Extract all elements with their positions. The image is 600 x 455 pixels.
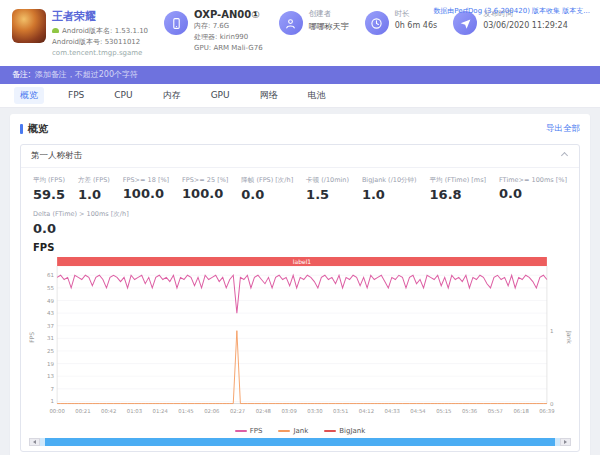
overview-card: 概览 导出全部 第一人称射击 平均 (FPS) 59.5 方差 (FPS) 1.… [10, 114, 590, 455]
scrollbar-track[interactable] [40, 438, 560, 446]
legend-marker-icon [324, 430, 336, 432]
tab-cpu[interactable]: CPU [108, 88, 138, 102]
svg-text:03:30: 03:30 [307, 407, 323, 413]
duration-value: 0h 6m 46s [395, 21, 437, 30]
panel-header: 第一人称射击 [21, 145, 579, 168]
export-all-link[interactable]: 导出全部 [546, 123, 580, 135]
svg-text:25: 25 [47, 348, 54, 354]
svg-text:FPS: FPS [28, 331, 35, 342]
device-chipset: 处理器: kirin990 [194, 32, 263, 43]
collapse-chevron-icon[interactable] [561, 152, 568, 159]
svg-text:Jank: Jank [565, 329, 573, 343]
device-gpu: GPU: ARM Mali-G76 [194, 43, 263, 54]
stat-avg-fps: 平均 (FPS) 59.5 [33, 176, 65, 202]
android-version-code: Android版本号: 53011012 [52, 37, 148, 48]
creator-label: 创建者 [309, 9, 349, 19]
tab-fps[interactable]: FPS [62, 88, 90, 102]
fps-chart-svg[interactable]: label1615549433731251913711000:0000:2100… [27, 255, 573, 428]
stat-bigjank: BigJank (/10分钟) 1.0 [362, 176, 417, 202]
svg-text:04:33: 04:33 [385, 407, 400, 413]
app-header: 王者荣耀 Android版本名: 1.53.1.10 Android版本号: 5… [0, 0, 600, 66]
overview-header: 概览 导出全部 [20, 122, 580, 136]
device-model: OXP-AN00① [194, 9, 263, 20]
svg-text:00:00: 00:00 [49, 407, 65, 413]
svg-text:05:36: 05:36 [462, 407, 478, 413]
stat-fps-ge-25: FPS>= 25 [%] 100.0 [182, 176, 228, 202]
scrollbar-thumb[interactable] [45, 438, 555, 446]
published-value: 03/06/2020 11:29:24 [483, 21, 568, 30]
notes-label: 备注: [12, 69, 31, 80]
svg-text:01:45: 01:45 [178, 407, 193, 413]
stats-row-1: 平均 (FPS) 59.5 方差 (FPS) 1.0 FPS>= 18 [%] … [33, 176, 567, 202]
notes-placeholder[interactable]: 添加备注，不超过200个字符 [35, 69, 138, 80]
fps-chart[interactable]: label1615549433731251913711000:0000:2100… [21, 253, 579, 428]
notes-bar[interactable]: 备注: 添加备注，不超过200个字符 [0, 66, 600, 84]
legend-jank[interactable]: Jank [278, 427, 308, 435]
svg-text:37: 37 [47, 322, 54, 328]
svg-text:13: 13 [47, 373, 54, 379]
svg-text:43: 43 [47, 310, 54, 316]
svg-text:05:57: 05:57 [488, 407, 503, 413]
svg-text:04:54: 04:54 [410, 407, 426, 413]
panel-title: 第一人称射击 [31, 150, 82, 162]
clock-icon [365, 11, 389, 35]
tab-overview[interactable]: 概览 [14, 87, 44, 104]
device-info-block: OXP-AN00① 内存: 7.6G 处理器: kirin990 GPU: AR… [164, 9, 263, 55]
tab-battery[interactable]: 电池 [302, 87, 332, 104]
scroll-left-button[interactable] [29, 438, 40, 446]
legend-fps[interactable]: FPS [235, 427, 263, 435]
package-name: com.tencent.tmgp.sgame [52, 48, 148, 59]
svg-text:0: 0 [550, 400, 554, 406]
svg-text:01:03: 01:03 [127, 407, 142, 413]
svg-text:02:27: 02:27 [230, 407, 245, 413]
legend-marker-icon [235, 430, 247, 432]
stat-fps-ge-18: FPS>= 18 [%] 100.0 [123, 176, 169, 202]
svg-text:02:48: 02:48 [256, 407, 272, 413]
svg-text:06:18: 06:18 [513, 407, 529, 413]
stats-row-2: Delta (FTime) > 100ms [次/h] 0.0 [33, 210, 567, 236]
chart-scrollbar[interactable] [29, 438, 571, 446]
creator-value: 哪哪称天宇 [309, 21, 349, 32]
stat-var-fps: 方差 (FPS) 1.0 [78, 176, 110, 202]
game-info-block: 王者荣耀 Android版本名: 1.53.1.10 Android版本号: 5… [12, 9, 148, 60]
phone-icon [164, 11, 188, 35]
game-app-icon [12, 9, 46, 43]
svg-text:03:51: 03:51 [333, 407, 348, 413]
svg-text:05:15: 05:15 [436, 407, 451, 413]
svg-text:49: 49 [47, 297, 54, 303]
accent-bar [20, 124, 23, 134]
tab-memory[interactable]: 内存 [157, 87, 187, 104]
stat-ftime-ge-100ms: FTime>= 100ms [%] 0.0 [499, 176, 567, 202]
fps-panel: 第一人称射击 平均 (FPS) 59.5 方差 (FPS) 1.0 FPS>= … [20, 144, 580, 453]
duration-block: 时长 0h 6m 46s [365, 9, 437, 35]
tab-gpu[interactable]: GPU [205, 88, 236, 102]
svg-text:19: 19 [47, 360, 54, 366]
svg-text:00:42: 00:42 [101, 407, 116, 413]
svg-text:55: 55 [47, 284, 54, 290]
chart-legend: FPSJankBigJank [21, 427, 579, 435]
legend-marker-icon [278, 430, 290, 432]
android-icon [52, 28, 59, 33]
collector-version-note[interactable]: 数据由PerfDog (3.6.200420) 版本收集 版本支... [433, 6, 590, 16]
scroll-right-button[interactable] [560, 438, 571, 446]
overview-title: 概览 [28, 122, 48, 136]
svg-text:7: 7 [51, 385, 55, 391]
device-memory: 内存: 7.6G [194, 21, 263, 32]
legend-bigjank[interactable]: BigJank [324, 427, 365, 435]
arrow-right-icon [564, 440, 567, 444]
android-version-name: Android版本名: 1.53.1.10 [52, 26, 148, 37]
duration-label: 时长 [395, 9, 437, 19]
svg-text:31: 31 [47, 335, 54, 341]
tab-bar: 概览 FPS CPU 内存 GPU 网络 电池 [0, 84, 600, 108]
fps-chart-title: FPS [33, 242, 579, 253]
svg-text:06:39: 06:39 [539, 407, 554, 413]
svg-text:01:24: 01:24 [153, 407, 169, 413]
creator-block: 创建者 哪哪称天宇 [279, 9, 349, 35]
svg-text:04:12: 04:12 [359, 407, 374, 413]
stat-avg-ftime: 平均 (FTime) [ms] 16.8 [430, 176, 487, 202]
svg-text:03:09: 03:09 [281, 407, 296, 413]
tab-network[interactable]: 网络 [254, 87, 284, 104]
stat-frame-drop: 降帧 (FPS) [次/h] 0.0 [241, 176, 293, 202]
svg-text:1: 1 [550, 327, 554, 333]
arrow-left-icon [33, 440, 36, 444]
